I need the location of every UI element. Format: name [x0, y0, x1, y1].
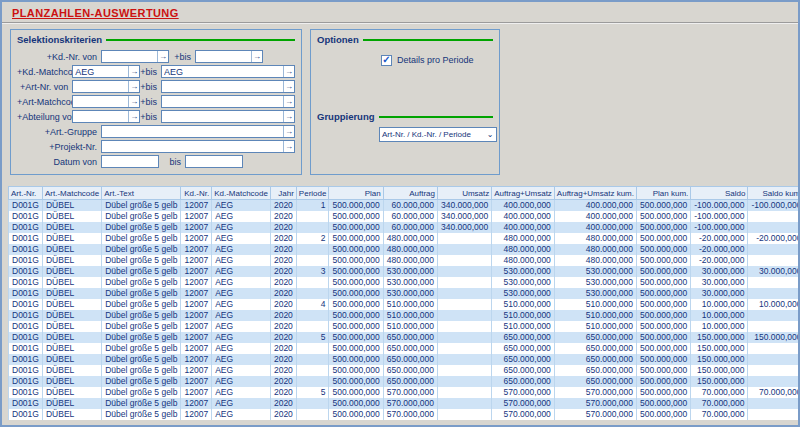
cell-auftrag: 650.000,000 — [383, 332, 437, 343]
cell-periode — [296, 376, 329, 387]
kdmatchcode-von-input[interactable]: → — [72, 65, 140, 78]
lookup-arrow-icon[interactable]: → — [283, 81, 294, 92]
cell-saldo: 150.000,000 — [691, 365, 748, 376]
column-header-art_nr: Art.-Nr. — [9, 187, 43, 200]
cell-saldo: 150.000,000 — [691, 332, 748, 343]
table-row[interactable]: D001GDÜBELDübel größe 5 gelb12007AEG2020… — [9, 310, 800, 321]
cell-art_nr: D001G — [9, 288, 43, 299]
kdnr-von-input[interactable]: → — [101, 50, 169, 63]
cell-plan_kum: 500.000,000 — [637, 354, 691, 365]
artgruppe-input[interactable]: → — [101, 125, 295, 138]
artnr-bis-input[interactable]: → — [161, 80, 295, 93]
table-row[interactable]: D001GDÜBELDübel größe 5 gelb12007AEG2020… — [9, 255, 800, 266]
cell-auftrag_umsatz_kum: 480.000,000 — [554, 255, 636, 266]
table-row[interactable]: D001GDÜBELDübel größe 5 gelb12007AEG2020… — [9, 398, 800, 409]
artmatchcode-von-input[interactable]: → — [72, 95, 140, 108]
table-row[interactable]: D001GDÜBELDübel größe 5 gelb12007AEG2020… — [9, 365, 800, 376]
cell-art_text: Dübel größe 5 gelb — [102, 222, 181, 233]
table-row[interactable]: D001GDÜBELDübel größe 5 gelb12007AEG2020… — [9, 200, 800, 212]
details-pro-periode-label: Details pro Periode — [397, 55, 474, 65]
lookup-arrow-icon[interactable]: → — [128, 96, 139, 107]
cell-umsatz — [438, 398, 492, 409]
table-row[interactable]: D001GDÜBELDübel größe 5 gelb12007AEG2020… — [9, 376, 800, 387]
cell-plan: 500.000,000 — [329, 222, 383, 233]
cell-art_matchcode: DÜBEL — [42, 277, 101, 288]
details-pro-periode-checkbox[interactable]: ✓ — [381, 55, 392, 66]
cell-auftrag_umsatz_kum: 400.000,000 — [554, 200, 636, 212]
cell-art_matchcode: DÜBEL — [42, 299, 101, 310]
cell-auftrag_umsatz: 650.000,000 — [492, 365, 555, 376]
lookup-arrow-icon[interactable]: → — [251, 51, 262, 62]
cell-art_nr: D001G — [9, 222, 43, 233]
cell-auftrag_umsatz_kum: 530.000,000 — [554, 266, 636, 277]
report-table-area: Art.-Nr.Art.-MatchcodeArt.-TextKd.-Nr.Kd… — [2, 177, 798, 420]
cell-art_text: Dübel größe 5 gelb — [102, 398, 181, 409]
cell-auftrag_umsatz_kum: 400.000,000 — [554, 222, 636, 233]
datum-bis-input[interactable] — [185, 155, 243, 168]
abteilung-bis-input[interactable]: → — [161, 110, 295, 123]
lookup-arrow-icon[interactable]: → — [128, 111, 139, 122]
options-heading-label: Optionen — [317, 34, 359, 45]
datum-von-label: Datum von — [17, 157, 101, 167]
lookup-arrow-icon[interactable]: → — [283, 141, 294, 152]
cell-auftrag_umsatz: 400.000,000 — [492, 200, 555, 212]
table-row[interactable]: D001GDÜBELDübel größe 5 gelb12007AEG2020… — [9, 277, 800, 288]
table-row[interactable]: D001GDÜBELDübel größe 5 gelb12007AEG2020… — [9, 354, 800, 365]
cell-plan: 500.000,000 — [329, 354, 383, 365]
table-row[interactable]: D001GDÜBELDübel größe 5 gelb12007AEG2020… — [9, 288, 800, 299]
cell-art_text: Dübel größe 5 gelb — [102, 277, 181, 288]
table-row[interactable]: D001GDÜBELDübel größe 5 gelb12007AEG2020… — [9, 233, 800, 244]
cell-saldo_kum — [748, 288, 800, 299]
table-row[interactable]: D001GDÜBELDübel größe 5 gelb12007AEG2020… — [9, 343, 800, 354]
cell-auftrag_umsatz_kum: 480.000,000 — [554, 233, 636, 244]
lookup-arrow-icon[interactable]: → — [128, 81, 139, 92]
projektnr-input[interactable]: → — [101, 140, 295, 153]
table-row[interactable]: D001GDÜBELDübel größe 5 gelb12007AEG2020… — [9, 409, 800, 420]
table-row[interactable]: D001GDÜBELDübel größe 5 gelb12007AEG2020… — [9, 222, 800, 233]
lookup-arrow-icon[interactable]: → — [157, 51, 168, 62]
datum-von-input[interactable] — [101, 155, 159, 168]
abteilung-von-input[interactable]: → — [72, 110, 140, 123]
selection-heading: Selektionskriterien — [17, 34, 295, 45]
table-row[interactable]: D001GDÜBELDübel größe 5 gelb12007AEG2020… — [9, 387, 800, 398]
lookup-arrow-icon[interactable]: → — [283, 96, 294, 107]
cell-kd_nr: 12007 — [181, 398, 212, 409]
table-row[interactable]: D001GDÜBELDübel größe 5 gelb12007AEG2020… — [9, 299, 800, 310]
cell-periode — [296, 255, 329, 266]
table-row[interactable]: D001GDÜBELDübel größe 5 gelb12007AEG2020… — [9, 211, 800, 222]
cell-art_matchcode: DÜBEL — [42, 332, 101, 343]
grouping-dropdown[interactable]: Art-Nr. / Kd.-Nr. / Periode ⌄ — [379, 127, 497, 142]
lookup-arrow-icon[interactable]: → — [283, 111, 294, 122]
cell-kd_matchcode: AEG — [212, 310, 271, 321]
cell-saldo: -20.000,000 — [691, 244, 748, 255]
cell-auftrag: 570.000,000 — [383, 409, 437, 420]
cell-saldo_kum: 30.000,000 — [748, 266, 800, 277]
kdnr-bis-input[interactable]: → — [195, 50, 263, 63]
cell-jahr: 2020 — [270, 321, 296, 332]
cell-periode — [296, 244, 329, 255]
column-header-saldo_kum: Saldo kum. — [748, 187, 800, 200]
cell-auftrag_umsatz_kum: 570.000,000 — [554, 409, 636, 420]
table-row[interactable]: D001GDÜBELDübel größe 5 gelb12007AEG2020… — [9, 266, 800, 277]
kdmatchcode-bis-input[interactable]: → — [161, 65, 295, 78]
cell-auftrag_umsatz_kum: 510.000,000 — [554, 299, 636, 310]
cell-jahr: 2020 — [270, 200, 296, 212]
cell-art_nr: D001G — [9, 387, 43, 398]
artnr-von-input[interactable]: → — [72, 80, 140, 93]
table-row[interactable]: D001GDÜBELDübel größe 5 gelb12007AEG2020… — [9, 332, 800, 343]
cell-kd_nr: 12007 — [181, 343, 212, 354]
artmatchcode-bis-input[interactable]: → — [161, 95, 295, 108]
table-row[interactable]: D001GDÜBELDübel größe 5 gelb12007AEG2020… — [9, 321, 800, 332]
cell-periode — [296, 222, 329, 233]
lookup-arrow-icon[interactable]: → — [128, 66, 139, 77]
lookup-arrow-icon[interactable]: → — [283, 126, 294, 137]
cell-saldo_kum — [748, 222, 800, 233]
table-row[interactable]: D001GDÜBELDübel größe 5 gelb12007AEG2020… — [9, 244, 800, 255]
cell-plan_kum: 500.000,000 — [637, 321, 691, 332]
cell-auftrag_umsatz: 510.000,000 — [492, 321, 555, 332]
cell-auftrag_umsatz: 480.000,000 — [492, 244, 555, 255]
cell-jahr: 2020 — [270, 409, 296, 420]
cell-plan_kum: 500.000,000 — [637, 244, 691, 255]
lookup-arrow-icon[interactable]: → — [283, 66, 294, 77]
cell-kd_matchcode: AEG — [212, 332, 271, 343]
